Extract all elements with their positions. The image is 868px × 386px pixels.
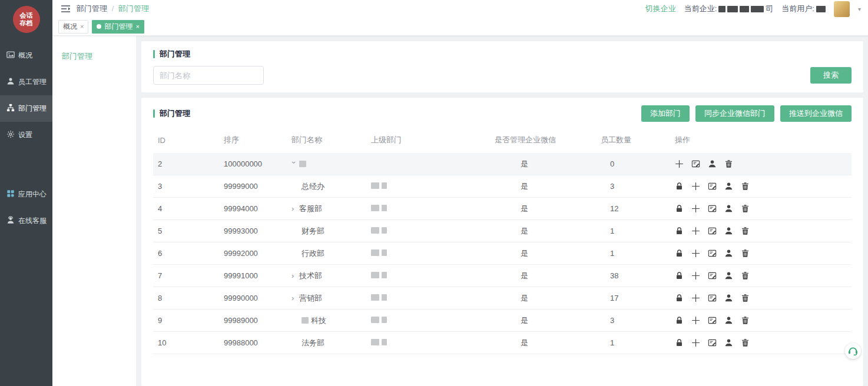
employees-icon (6, 77, 15, 87)
edit-icon[interactable] (691, 159, 700, 168)
lock-icon[interactable] (675, 227, 684, 235)
collapse-menu-icon[interactable] (61, 5, 71, 13)
collapse-chevron-icon[interactable]: › (290, 161, 298, 167)
expand-chevron-icon[interactable]: › (291, 272, 297, 279)
redacted-parent-department (371, 227, 387, 234)
user-menu-chevron-down-icon[interactable]: ▾ (858, 6, 861, 12)
edit-icon[interactable] (708, 338, 717, 347)
department-name-input[interactable] (153, 66, 264, 85)
table-row: 599993000财务部是1 (153, 220, 852, 242)
edit-icon[interactable] (708, 271, 717, 280)
cell-id: 2 (153, 153, 224, 175)
plus-icon[interactable] (691, 271, 700, 280)
user-icon[interactable] (724, 271, 733, 280)
trash-icon[interactable] (741, 338, 750, 347)
edit-icon[interactable] (708, 316, 717, 325)
switch-company-link[interactable]: 切换企业 (645, 4, 676, 14)
breadcrumb: 部门管理 / 部门管理 (77, 4, 149, 14)
push-to-wecom-button[interactable]: 推送到企业微信 (780, 105, 852, 122)
sync-wecom-departments-button[interactable]: 同步企业微信部门 (695, 105, 774, 122)
sidebar-item-employees[interactable]: 员工管理 (0, 69, 52, 95)
plus-icon[interactable] (691, 227, 700, 235)
cell-parent-department (371, 242, 495, 265)
trash-icon[interactable] (741, 227, 750, 235)
department-name-text: 技术部 (299, 271, 322, 281)
cell-department-name: 科技 (291, 310, 371, 332)
edit-icon[interactable] (708, 249, 717, 258)
user-icon[interactable] (724, 294, 733, 302)
edit-icon[interactable] (708, 294, 717, 302)
title-accent-bar (153, 109, 155, 118)
tab-department-management[interactable]: 部门管理 × (92, 20, 144, 34)
sidebar-item-settings[interactable]: 设置 (0, 122, 52, 148)
trash-icon[interactable] (741, 182, 750, 191)
close-icon[interactable]: × (80, 23, 84, 30)
lock-icon[interactable] (675, 204, 684, 213)
trash-icon[interactable] (741, 249, 750, 258)
plus-icon[interactable] (691, 316, 700, 325)
sidebar-spacer (0, 148, 52, 181)
search-button[interactable]: 搜索 (810, 67, 852, 84)
lock-icon[interactable] (675, 182, 684, 191)
current-user: 当前用户: (781, 4, 826, 14)
user-icon[interactable] (724, 316, 733, 325)
table-row: 499994000›客服部是12 (153, 198, 852, 220)
department-name-text: 科技 (311, 315, 326, 326)
plus-icon[interactable] (691, 338, 700, 347)
lock-icon[interactable] (675, 294, 684, 302)
lock-icon[interactable] (675, 271, 684, 280)
lock-icon[interactable] (675, 249, 684, 258)
column-header-name: 部门名称 (291, 128, 371, 153)
plus-icon[interactable] (691, 249, 700, 258)
breadcrumb-root[interactable]: 部门管理 (77, 4, 107, 13)
row-operations (675, 249, 852, 258)
plus-icon[interactable] (691, 294, 700, 302)
close-icon[interactable]: × (135, 23, 139, 30)
main-content: 部门管理 搜索 部门管理 (136, 36, 868, 386)
cell-sort: 99991000 (224, 265, 291, 287)
cell-wecom-managed: 是 (495, 153, 601, 175)
trash-icon[interactable] (741, 294, 750, 302)
lock-icon[interactable] (675, 316, 684, 325)
tab-label: 部门管理 (104, 22, 132, 32)
plus-icon[interactable] (691, 204, 700, 213)
lock-icon[interactable] (675, 338, 684, 347)
edit-icon[interactable] (708, 204, 717, 213)
cell-id: 5 (153, 220, 224, 242)
trash-icon[interactable] (724, 159, 733, 168)
sidebar-item-apps[interactable]: 应用中心 (0, 181, 52, 208)
user-icon[interactable] (724, 338, 733, 347)
user-icon[interactable] (724, 227, 733, 235)
sidebar-item-departments[interactable]: 部门管理 (0, 95, 52, 122)
expand-chevron-icon[interactable]: › (291, 205, 297, 212)
trash-icon[interactable] (741, 204, 750, 213)
edit-icon[interactable] (708, 227, 717, 235)
cell-sort: 99999000 (224, 175, 291, 198)
trash-icon[interactable] (741, 316, 750, 325)
sidebar-item-online-service[interactable]: 在线客服 (0, 208, 52, 234)
cell-department-name: 总经办 (291, 175, 371, 198)
tab-overview[interactable]: 概况 × (58, 20, 88, 34)
cell-id: 6 (153, 242, 224, 265)
customer-service-float-button[interactable] (845, 343, 861, 359)
sidebar-item-label: 部门管理 (18, 104, 47, 114)
cell-sort: 99993000 (224, 220, 291, 242)
trash-icon[interactable] (741, 271, 750, 280)
row-operations (675, 338, 852, 347)
plus-icon[interactable] (691, 182, 700, 191)
open-tabs-bar: 概况 × 部门管理 × (52, 18, 868, 36)
sidebar-item-overview[interactable]: 概况 (0, 42, 52, 69)
add-department-button[interactable]: 添加部门 (641, 105, 690, 122)
expand-chevron-icon[interactable]: › (291, 294, 297, 302)
user-icon[interactable] (724, 204, 733, 213)
subnav-item-department-management[interactable]: 部门管理 (62, 51, 136, 62)
user-icon[interactable] (708, 159, 717, 168)
user-icon[interactable] (724, 249, 733, 258)
edit-icon[interactable] (708, 182, 717, 191)
plus-icon[interactable] (675, 159, 684, 168)
user-icon[interactable] (724, 182, 733, 191)
user-avatar[interactable] (834, 1, 850, 17)
row-operations (675, 294, 852, 302)
redacted-department-name (299, 161, 306, 167)
cell-employee-count: 0 (601, 153, 675, 175)
